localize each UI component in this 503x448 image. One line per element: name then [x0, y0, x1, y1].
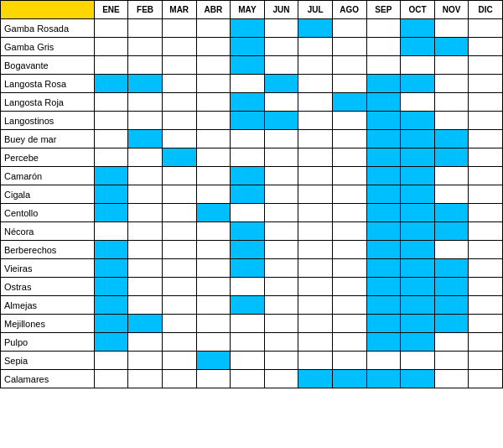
cell-7-10 — [434, 148, 469, 167]
cell-5-11 — [469, 112, 503, 130]
cell-2-5 — [264, 56, 298, 75]
main-container: ENEFEBMARABRMAYJUNJULAGOSEPOCTNOVDIC Gam… — [0, 0, 503, 388]
cell-4-3 — [196, 93, 231, 112]
cell-6-1 — [128, 130, 163, 148]
cell-17-2 — [162, 333, 196, 352]
cell-3-8 — [366, 75, 401, 93]
header-month-mar: MAR — [162, 1, 196, 19]
cell-16-2 — [162, 315, 196, 333]
cell-7-2 — [162, 148, 196, 167]
header-month-jun: JUN — [264, 1, 298, 19]
cell-4-11 — [469, 93, 503, 112]
cell-1-5 — [264, 38, 298, 56]
cell-2-1 — [128, 56, 163, 75]
cell-6-6 — [298, 130, 333, 148]
cell-7-6 — [298, 148, 333, 167]
cell-15-0 — [94, 296, 128, 315]
table-row: Pulpo — [1, 333, 503, 352]
cell-9-11 — [469, 185, 503, 204]
cell-0-3 — [196, 19, 231, 38]
cell-7-8 — [366, 148, 401, 167]
cell-14-4 — [231, 278, 265, 296]
cell-12-6 — [298, 241, 333, 259]
cell-1-10 — [434, 38, 469, 56]
cell-11-7 — [332, 222, 366, 241]
cell-8-2 — [162, 167, 196, 185]
cell-11-11 — [469, 222, 503, 241]
header-month-may: MAY — [231, 1, 265, 19]
cell-2-4 — [231, 56, 265, 75]
cell-2-11 — [469, 56, 503, 75]
cell-14-7 — [332, 278, 366, 296]
cell-10-11 — [469, 204, 503, 222]
cell-5-7 — [332, 112, 366, 130]
row-name-2: Bogavante — [1, 56, 95, 75]
cell-4-4 — [231, 93, 265, 112]
cell-14-10 — [434, 278, 469, 296]
cell-0-0 — [94, 19, 128, 38]
cell-18-3 — [196, 352, 231, 370]
table-row: Calamares — [1, 370, 503, 388]
cell-6-8 — [366, 130, 401, 148]
cell-19-0 — [94, 370, 128, 388]
row-name-16: Mejillones — [1, 315, 95, 333]
table-row: Bogavante — [1, 56, 503, 75]
cell-5-4 — [231, 112, 265, 130]
cell-8-3 — [196, 167, 231, 185]
cell-13-3 — [196, 259, 231, 278]
cell-15-9 — [401, 296, 435, 315]
cell-8-1 — [128, 167, 163, 185]
cell-10-9 — [401, 204, 435, 222]
cell-1-8 — [366, 38, 401, 56]
cell-15-5 — [264, 296, 298, 315]
cell-14-8 — [366, 278, 401, 296]
cell-3-10 — [434, 75, 469, 93]
cell-17-9 — [401, 333, 435, 352]
cell-11-9 — [401, 222, 435, 241]
cell-0-7 — [332, 19, 366, 38]
cell-5-2 — [162, 112, 196, 130]
cell-1-11 — [469, 38, 503, 56]
cell-0-5 — [264, 19, 298, 38]
cell-8-4 — [231, 167, 265, 185]
cell-3-9 — [401, 75, 435, 93]
cell-9-6 — [298, 185, 333, 204]
cell-13-0 — [94, 259, 128, 278]
table-row: Centollo — [1, 204, 503, 222]
cell-0-6 — [298, 19, 333, 38]
cell-7-4 — [231, 148, 265, 167]
row-name-14: Ostras — [1, 278, 95, 296]
cell-17-8 — [366, 333, 401, 352]
cell-1-4 — [231, 38, 265, 56]
cell-11-1 — [128, 222, 163, 241]
cell-0-2 — [162, 19, 196, 38]
cell-6-2 — [162, 130, 196, 148]
table-row: Gamba Rosada — [1, 19, 503, 38]
cell-5-6 — [298, 112, 333, 130]
cell-17-6 — [298, 333, 333, 352]
cell-3-7 — [332, 75, 366, 93]
cell-19-1 — [128, 370, 163, 388]
cell-13-1 — [128, 259, 163, 278]
cell-2-7 — [332, 56, 366, 75]
cell-6-4 — [231, 130, 265, 148]
cell-13-7 — [332, 259, 366, 278]
cell-2-0 — [94, 56, 128, 75]
cell-16-5 — [264, 315, 298, 333]
cell-17-4 — [231, 333, 265, 352]
cell-10-4 — [231, 204, 265, 222]
cell-11-4 — [231, 222, 265, 241]
cell-19-11 — [469, 370, 503, 388]
cell-6-10 — [434, 130, 469, 148]
cell-6-3 — [196, 130, 231, 148]
cell-16-7 — [332, 315, 366, 333]
cell-18-4 — [231, 352, 265, 370]
table-row: Nécora — [1, 222, 503, 241]
cell-11-3 — [196, 222, 231, 241]
cell-16-10 — [434, 315, 469, 333]
cell-4-2 — [162, 93, 196, 112]
cell-8-11 — [469, 167, 503, 185]
cell-3-11 — [469, 75, 503, 93]
cell-18-6 — [298, 352, 333, 370]
cell-3-3 — [196, 75, 231, 93]
